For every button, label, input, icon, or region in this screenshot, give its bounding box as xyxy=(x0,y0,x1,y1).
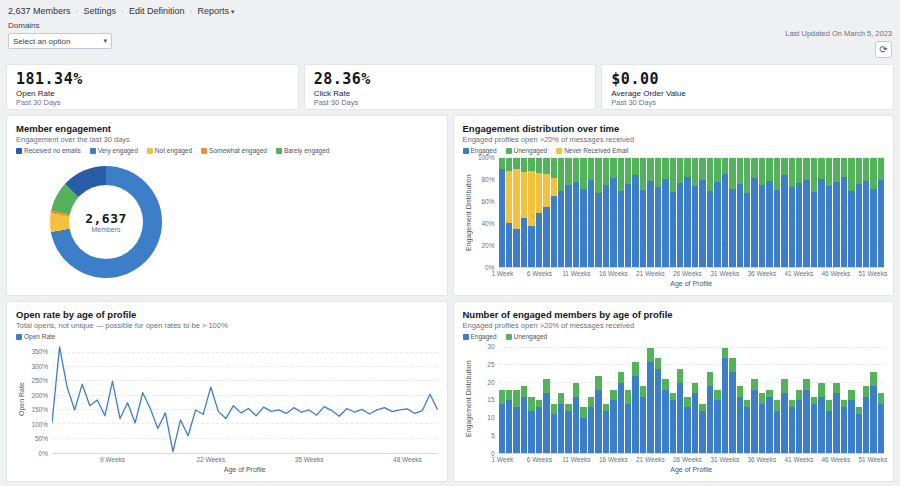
bar[interactable] xyxy=(647,344,653,453)
bar[interactable] xyxy=(513,344,519,453)
legend-item[interactable]: Engaged xyxy=(463,333,497,340)
legend-item[interactable]: Unengaged xyxy=(506,147,548,154)
bar[interactable] xyxy=(848,344,854,453)
bar[interactable] xyxy=(684,158,690,267)
engaged-members-plot[interactable] xyxy=(499,344,885,454)
bar[interactable] xyxy=(841,158,847,267)
bar[interactable] xyxy=(640,158,646,267)
bar[interactable] xyxy=(803,158,809,267)
bar[interactable] xyxy=(618,158,624,267)
bar[interactable] xyxy=(513,158,519,267)
bar[interactable] xyxy=(573,158,579,267)
bar[interactable] xyxy=(632,158,638,267)
bar[interactable] xyxy=(692,158,698,267)
bar[interactable] xyxy=(856,158,862,267)
bar[interactable] xyxy=(811,158,817,267)
bar[interactable] xyxy=(588,158,594,267)
bar[interactable] xyxy=(729,344,735,453)
bar[interactable] xyxy=(543,344,549,453)
bar[interactable] xyxy=(796,344,802,453)
bar[interactable] xyxy=(588,344,594,453)
bar[interactable] xyxy=(744,344,750,453)
bar[interactable] xyxy=(625,344,631,453)
bar[interactable] xyxy=(603,158,609,267)
legend-item[interactable]: Never Received Email xyxy=(556,147,628,154)
bar[interactable] xyxy=(789,158,795,267)
bar[interactable] xyxy=(618,344,624,453)
bar[interactable] xyxy=(803,344,809,453)
bar[interactable] xyxy=(647,158,653,267)
bar[interactable] xyxy=(774,158,780,267)
bar[interactable] xyxy=(751,158,757,267)
bar[interactable] xyxy=(714,158,720,267)
open-rate-plot[interactable] xyxy=(52,344,438,454)
bar[interactable] xyxy=(833,158,839,267)
bar[interactable] xyxy=(833,344,839,453)
legend-item[interactable]: Somewhat engaged xyxy=(201,147,267,154)
bar[interactable] xyxy=(699,158,705,267)
legend-item[interactable]: Open Rate xyxy=(16,333,55,340)
bar[interactable] xyxy=(759,344,765,453)
legend-item[interactable]: Unengaged xyxy=(506,333,548,340)
bar[interactable] xyxy=(670,158,676,267)
bar[interactable] xyxy=(677,344,683,453)
bar[interactable] xyxy=(580,344,586,453)
bar[interactable] xyxy=(506,158,512,267)
bar[interactable] xyxy=(595,158,601,267)
bar[interactable] xyxy=(781,344,787,453)
engagement-distribution-plot[interactable] xyxy=(499,158,885,268)
bar[interactable] xyxy=(603,344,609,453)
bar[interactable] xyxy=(506,344,512,453)
bar[interactable] xyxy=(565,344,571,453)
bar[interactable] xyxy=(640,344,646,453)
bar[interactable] xyxy=(826,158,832,267)
edit-definition-link[interactable]: Edit Definition xyxy=(129,6,185,16)
bar[interactable] xyxy=(551,344,557,453)
bar[interactable] xyxy=(625,158,631,267)
bar[interactable] xyxy=(848,158,854,267)
bar[interactable] xyxy=(655,158,661,267)
bar[interactable] xyxy=(521,158,527,267)
bar[interactable] xyxy=(789,344,795,453)
reports-dropdown[interactable]: Reports▾ xyxy=(198,6,235,16)
bar[interactable] xyxy=(722,158,728,267)
legend-item[interactable]: Very engaged xyxy=(90,147,138,154)
bar[interactable] xyxy=(573,344,579,453)
bar[interactable] xyxy=(737,158,743,267)
bar[interactable] xyxy=(766,158,772,267)
bar[interactable] xyxy=(870,344,876,453)
bar[interactable] xyxy=(751,344,757,453)
bar[interactable] xyxy=(707,158,713,267)
bar[interactable] xyxy=(595,344,601,453)
legend-item[interactable]: Barely engaged xyxy=(276,147,330,154)
bar[interactable] xyxy=(610,158,616,267)
bar[interactable] xyxy=(781,158,787,267)
bar[interactable] xyxy=(558,158,564,267)
bar[interactable] xyxy=(714,344,720,453)
refresh-button[interactable]: ⟳ xyxy=(875,41,892,58)
bar[interactable] xyxy=(818,344,824,453)
settings-link[interactable]: Settings xyxy=(84,6,117,16)
bar[interactable] xyxy=(863,344,869,453)
bar[interactable] xyxy=(729,158,735,267)
bar[interactable] xyxy=(774,344,780,453)
bar[interactable] xyxy=(499,344,505,453)
bar[interactable] xyxy=(878,158,884,267)
bar[interactable] xyxy=(818,158,824,267)
bar[interactable] xyxy=(870,158,876,267)
bar[interactable] xyxy=(811,344,817,453)
bar[interactable] xyxy=(856,344,862,453)
bar[interactable] xyxy=(632,344,638,453)
bar[interactable] xyxy=(878,344,884,453)
bar[interactable] xyxy=(699,344,705,453)
bar[interactable] xyxy=(744,158,750,267)
bar[interactable] xyxy=(684,344,690,453)
bar[interactable] xyxy=(655,344,661,453)
bar[interactable] xyxy=(551,158,557,267)
bar[interactable] xyxy=(610,344,616,453)
bar[interactable] xyxy=(759,158,765,267)
bar[interactable] xyxy=(722,344,728,453)
bar[interactable] xyxy=(662,344,668,453)
bar[interactable] xyxy=(536,344,542,453)
bar[interactable] xyxy=(796,158,802,267)
